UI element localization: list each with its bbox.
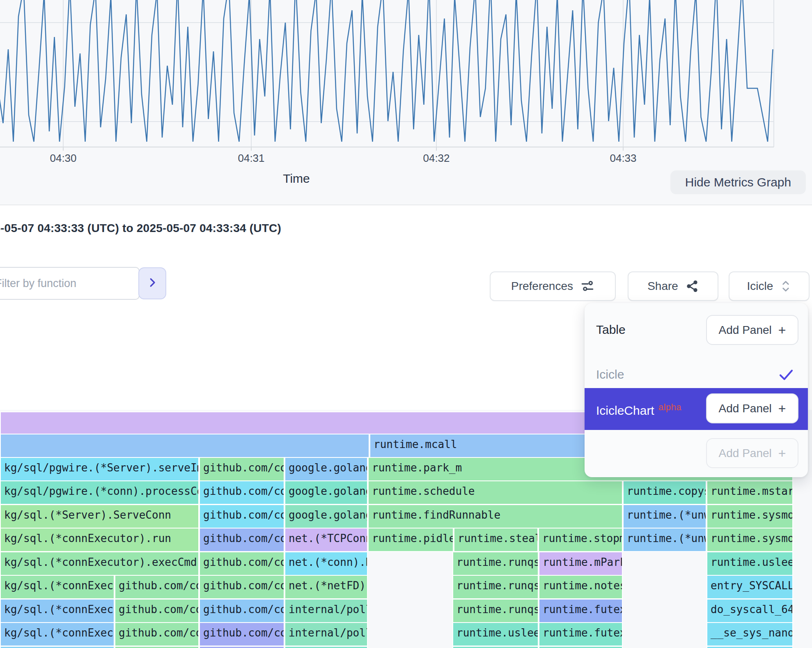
flame-cell[interactable]: kg/sql.(*connExecutor).execCmd [0,551,199,576]
plus-icon: + [778,324,786,337]
flame-cell[interactable] [115,646,199,648]
add-panel-label: Add Panel [719,402,772,415]
share-button[interactable]: Share [628,271,718,301]
menu-item-table-label[interactable]: Table [596,323,626,337]
flame-cell[interactable]: runtime.notesleep [539,575,623,599]
flame-cell[interactable]: do_syscall_64 [706,599,793,623]
chevron-right-icon [146,276,158,290]
select-chevrons-icon [780,280,791,292]
flame-cell[interactable]: kg/sql/pgwire.(*conn).processCommands [0,480,199,505]
flame-cell[interactable]: kg/sql.(*connExecutor) [0,622,115,646]
preferences-button-label: Preferences [511,280,573,293]
flame-cell[interactable]: net.(*conn).Read [284,551,368,576]
flame-cell[interactable]: github.com/cockroachdb [199,480,284,505]
menu-row-icicle[interactable]: Icicle [585,363,808,388]
flame-cell[interactable]: runtime.usleep [706,551,793,576]
flame-cell[interactable]: runtime.stopm [538,528,623,552]
flame-cell[interactable]: net.(*netFD).Read [284,575,368,599]
flame-cell[interactable]: kg/sql.(*connExecutor) [0,575,115,599]
flame-cell[interactable]: github.com/cockroachdb [199,504,284,529]
filter-by-function-input[interactable] [0,267,140,300]
flame-cell[interactable]: runtime.copystack [623,480,706,505]
sliders-icon [580,279,594,293]
flame-cell[interactable]: github.com/cockroachdb [199,622,284,646]
flame-cell[interactable]: github.com/cockroachdb [115,599,199,623]
flame-cell[interactable]: kg/sql/pgwire.(*Server).serveImpl [0,457,199,481]
hide-metrics-graph-button[interactable]: Hide Metrics Graph [670,170,806,194]
menu-row-table[interactable]: Table Add Panel + [585,303,808,363]
flame-cell[interactable]: runtime.sysmon [706,504,793,529]
x-axis-title: Time [283,172,310,186]
flame-cell[interactable]: kg/sql.(*connExecutor) [0,599,115,623]
flame-cell[interactable] [706,646,793,648]
flame-cell[interactable]: github.com/cockroachdb [115,575,199,599]
flame-cell[interactable]: runtime.futexsleep [539,599,623,623]
flame-cell[interactable]: runtime.usleep [452,622,539,646]
flame-cell[interactable]: github.com/cockroachdb [199,528,284,552]
x-tick-label: 04:32 [423,152,450,165]
flame-cell[interactable]: kg/sql.(*Server).ServeConn [0,504,199,529]
view-type-dropdown-menu: Table Add Panel + Icicle IcicleChartalph… [585,303,808,477]
flame-cell[interactable]: runtime.mPark [539,551,623,576]
flame-cell[interactable]: runtime.futexsleep [539,622,623,646]
flame-cell[interactable]: runtime.stealWork [454,528,538,552]
flame-cell[interactable]: google.golang.org/grpc [284,504,368,529]
flame-cell[interactable]: net.(*TCPConn).Read [284,528,368,552]
flame-cell[interactable]: google.golang.org/grpc [284,480,368,505]
view-type-select[interactable]: Icicle [729,271,810,301]
profiler-page: { "accent_color": "#4b45d6", "chart": { … [0,0,812,648]
flame-cell[interactable]: runtime.(*unwinder).next [623,504,706,529]
preferences-button[interactable]: Preferences [490,271,616,301]
flame-cell[interactable]: github.com/cockroachdb [199,457,284,481]
view-type-value: Icicle [747,280,773,293]
x-tick-label: 04:30 [50,152,76,165]
flame-cell[interactable] [284,646,368,648]
menu-row-disabled: Add Panel + [585,430,808,477]
share-icon [686,280,699,293]
flame-cell[interactable] [452,646,539,648]
share-button-label: Share [647,280,678,293]
flame-cell[interactable]: runtime.runqsteal [452,551,539,576]
add-panel-disabled-button: Add Panel + [706,438,798,468]
menu-item-iciclechart-label[interactable]: IcicleChartalpha [596,402,681,418]
flame-cell[interactable]: runtime.schedule [368,480,623,505]
flame-cell[interactable]: entry_SYSCALL_64 [706,575,793,599]
flame-cell[interactable]: internal/poll.(*FD).Read [284,622,368,646]
menu-item-icicle-label[interactable]: Icicle [596,368,624,381]
flame-cell[interactable]: github.com/cockroachdb [199,575,284,599]
flame-cell[interactable]: runtime.mstart1 [706,480,793,505]
x-tick-label: 04:31 [238,152,264,165]
add-table-panel-button[interactable]: Add Panel + [706,315,798,345]
plus-icon: + [778,402,786,415]
flame-cell[interactable]: runtime.(*unwinder).next [623,528,706,552]
filter-submit-button[interactable] [138,267,166,299]
x-tick-label: 04:33 [610,152,636,165]
flame-cell[interactable]: internal/poll.(*FD).Read [284,599,368,623]
add-iciclechart-panel-button[interactable]: Add Panel + [706,393,798,423]
flame-cell[interactable]: github.com/cockroachdb [199,551,284,576]
metrics-graph-panel: 04:3004:3104:3204:33 Time Hide Metrics G… [0,0,812,205]
check-icon [778,366,795,385]
menu-row-iciclechart[interactable]: IcicleChartalpha Add Panel + [585,388,808,430]
flame-cell[interactable]: google.golang.org/grpc [284,457,368,481]
metrics-line-chart[interactable] [0,0,812,172]
iciclechart-text: IcicleChart [596,404,654,417]
selected-time-range: 2025-05-07 04:33:33 (UTC) to 2025-05-07 … [0,222,281,235]
flame-cell[interactable] [0,434,369,458]
flame-cell[interactable]: runtime.findRunnable [368,504,623,529]
flame-cell[interactable]: github.com/cockroachdb [199,599,284,623]
plus-icon: + [778,447,786,460]
flame-cell[interactable]: runtime.pidleget [368,528,454,552]
flame-cell[interactable]: runtime.runqsteal [452,575,539,599]
add-panel-label: Add Panel [719,447,772,460]
flame-cell[interactable]: kg/sql.(*connExecutor).run [0,528,199,552]
flame-cell[interactable] [0,646,115,648]
flame-cell[interactable]: runtime.runqsteal [452,599,539,623]
alpha-badge: alpha [658,402,681,412]
flame-cell[interactable] [539,646,623,648]
flame-cell[interactable] [199,646,284,648]
add-panel-label: Add Panel [719,324,772,337]
flame-cell[interactable]: github.com/cockroachdb [115,622,199,646]
flame-cell[interactable]: __se_sys_nanosleep [706,622,793,646]
flame-cell[interactable]: runtime.sysmon [706,528,793,552]
